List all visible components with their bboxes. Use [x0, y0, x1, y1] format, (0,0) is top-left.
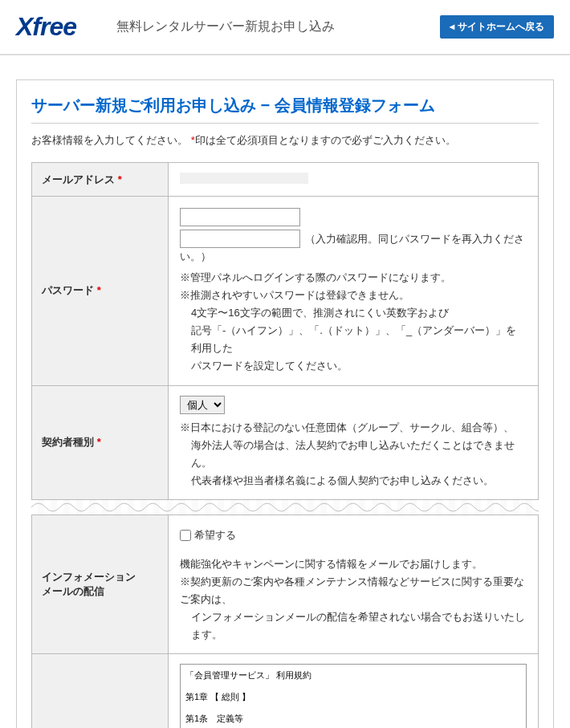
- info-mail-label: インフォメーション メールの配信: [32, 514, 169, 653]
- header-title: 無料レンタルサーバー新規お申し込み: [116, 18, 335, 35]
- page-title: サーバー新規ご利用お申し込み − 会員情報登録フォーム: [31, 95, 539, 124]
- form-table: メールアドレス * パスワード * （入力確認用。同じパスワードを再入力ください…: [31, 162, 539, 500]
- terms-cell: 利用規約に同意する: [169, 654, 539, 728]
- contract-note-3: 代表者様や担当者様名義による個人契約でお申し込みください。: [191, 472, 527, 490]
- contract-note-2: 海外法人等の場合は、法人契約でお申し込みいただくことはできません。: [191, 437, 527, 472]
- contract-type-cell: 個人 ※日本における登記のない任意団体（グループ、サークル、組合等）、 海外法人…: [169, 385, 539, 499]
- password-note-4: 記号「-（ハイフン）」、「.（ドット）」、「_（アンダーバー）」を利用した: [191, 322, 527, 357]
- header: Xfree 無料レンタルサーバー新規お申し込み サイトホームへ戻る: [0, 0, 570, 55]
- email-label: メールアドレス *: [32, 163, 169, 197]
- info-mail-note-2: ※契約更新のご案内や各種メンテナンス情報などサービスに関する重要なご案内は、: [180, 573, 527, 608]
- password-confirm-input[interactable]: [180, 230, 300, 248]
- logo: Xfree: [16, 12, 76, 42]
- email-value: [169, 163, 539, 197]
- site-home-back-link[interactable]: サイトホームへ戻る: [440, 15, 554, 39]
- password-cell: （入力確認用。同じパスワードを再入力ください。） ※管理パネルへログインする際の…: [169, 197, 539, 386]
- form-container: サーバー新規ご利用お申し込み − 会員情報登録フォーム お客様情報を入力してくだ…: [16, 79, 554, 728]
- password-note-3: 4文字〜16文字の範囲で、推測されにくい英数字および: [191, 304, 527, 322]
- password-note-5: パスワードを設定してください。: [191, 357, 527, 375]
- truncation-indicator: [31, 499, 539, 515]
- password-note-1: ※管理パネルへログインする際のパスワードになります。: [180, 269, 527, 287]
- info-mail-checkbox[interactable]: [180, 530, 191, 541]
- contract-type-select[interactable]: 個人: [180, 396, 225, 414]
- info-mail-checkbox-label: 希望する: [194, 528, 236, 543]
- password-input[interactable]: [180, 208, 300, 226]
- password-label: パスワード *: [32, 197, 169, 386]
- contract-note-1: ※日本における登記のない任意団体（グループ、サークル、組合等）、: [180, 419, 527, 437]
- info-mail-note-1: 機能強化やキャンペーンに関する情報をメールでお届けします。: [180, 555, 527, 573]
- terms-label: 利用規約: [32, 654, 169, 728]
- password-note-2: ※推測されやすいパスワードは登録できません。: [180, 287, 527, 304]
- info-mail-cell: 希望する 機能強化やキャンペーンに関する情報をメールでお届けします。 ※契約更新…: [169, 514, 539, 653]
- terms-textarea[interactable]: [180, 664, 527, 728]
- info-mail-note-3: インフォメーションメールの配信を希望されない場合でもお送りいたします。: [191, 608, 527, 644]
- intro-text: お客様情報を入力してください。 *印は全て必須項目となりますので必ずご入力くださ…: [31, 133, 539, 148]
- form-table-2: インフォメーション メールの配信 希望する 機能強化やキャンペーンに関する情報を…: [31, 514, 539, 728]
- contract-type-label: 契約者種別 *: [32, 385, 169, 499]
